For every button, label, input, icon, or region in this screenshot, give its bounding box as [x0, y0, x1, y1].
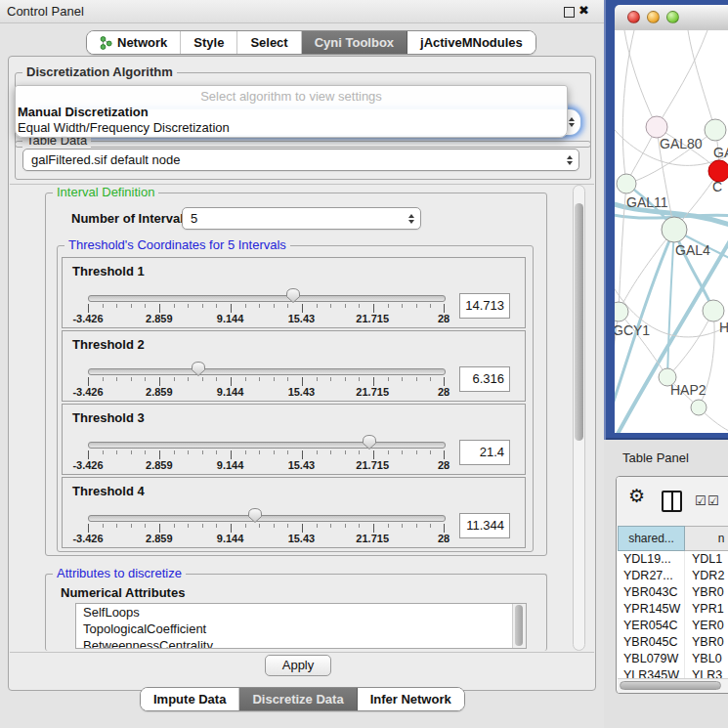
tick-label: 2.859	[146, 459, 173, 471]
cell-shared-name[interactable]: YBR045C	[618, 634, 685, 651]
algorithm-hint-item[interactable]: Select algorithm to view settings	[16, 89, 567, 104]
list-scrollbar-thumb[interactable]	[515, 605, 523, 646]
slider-ticks	[88, 450, 445, 459]
tab-jactivemnodules[interactable]: jActiveMNodules	[407, 31, 535, 54]
network-node[interactable]	[617, 174, 636, 193]
combo-spinner-icon[interactable]	[408, 214, 414, 224]
checkbox-icon[interactable]: ☑	[707, 493, 719, 508]
table-row[interactable]: YBR043CYBR0	[618, 584, 728, 601]
tab-network[interactable]: Network	[87, 31, 181, 54]
network-node[interactable]	[691, 400, 707, 415]
cell-shared-name[interactable]: YDL19...	[618, 551, 685, 568]
combo-spinner-icon[interactable]	[567, 155, 573, 165]
threshold-value-field[interactable]: 14.713	[459, 293, 510, 319]
tab-impute-data[interactable]: Impute Data	[141, 688, 239, 710]
tick-label: 21.715	[356, 459, 389, 471]
close-icon[interactable]: ✖	[578, 3, 589, 18]
threshold-slider-track[interactable]	[88, 442, 446, 449]
numerical-attributes-list[interactable]: SelfLoopsTopologicalCoefficientBetweenne…	[75, 603, 527, 649]
columns-icon[interactable]	[662, 491, 682, 512]
threshold-slider-track[interactable]	[88, 515, 446, 522]
list-scrollbar[interactable]	[512, 604, 526, 648]
network-canvas[interactable]: GAL80GACGAL11GAL4GCY1HHAP2	[615, 30, 728, 433]
panel-scrollbar[interactable]	[573, 185, 585, 651]
threshold-slider-track[interactable]	[88, 368, 446, 375]
table-row[interactable]: YDR27...YDR2	[618, 568, 728, 584]
cell-name[interactable]: YBR0	[685, 584, 724, 601]
combo-spinner-icon[interactable]	[569, 117, 575, 127]
tab-label: Discretize Data	[252, 692, 343, 707]
cell-name[interactable]: YDL1	[685, 551, 722, 568]
checkbox-icon[interactable]: ☑	[695, 493, 707, 508]
network-node[interactable]	[703, 300, 724, 321]
cell-shared-name[interactable]: YPR145W	[618, 601, 685, 618]
cell-shared-name[interactable]: YBR043C	[618, 584, 685, 601]
algorithm-item-equal-width[interactable]: Equal Width/Frequency Discretization	[18, 120, 230, 135]
tab-style[interactable]: Style	[181, 31, 237, 54]
float-window-icon[interactable]	[564, 7, 575, 18]
tab-discretize-data[interactable]: Discretize Data	[239, 688, 357, 710]
table-panel: Table Panel ⚙ ☑ ☑ shared... n YDL19...YD…	[604, 440, 728, 728]
network-node-label: HAP2	[670, 382, 707, 398]
table-row[interactable]: YBR045CYBR0	[618, 634, 728, 651]
column-header-shared-name[interactable]: shared...	[618, 526, 685, 551]
attribute-item[interactable]: TopologicalCoefficient	[76, 621, 526, 637]
threshold-label: Threshold 2	[72, 337, 145, 352]
table-panel-title: Table Panel	[622, 450, 689, 465]
network-node-label: GAL11	[626, 194, 668, 210]
table-toolbar: ⚙ ☑ ☑	[617, 477, 728, 526]
slider-ticks	[88, 377, 445, 386]
threshold-slider-handle[interactable]	[191, 361, 206, 377]
top-tab-bar: NetworkStyleSelectCyni ToolboxjActiveMNo…	[86, 30, 536, 55]
network-window-titlebar[interactable]	[615, 5, 728, 31]
attribute-item[interactable]: BetweennessCentrality	[76, 637, 526, 649]
slider-scale-labels: -3.4262.8599.14415.4321.71528	[88, 459, 444, 471]
table-hscrollbar[interactable]	[618, 678, 728, 693]
algorithm-item-manual[interactable]: Manual Discretization	[18, 105, 149, 119]
cell-shared-name[interactable]: YER054C	[618, 618, 685, 634]
threshold-value-field[interactable]: 6.316	[459, 366, 510, 392]
tick-label: 21.715	[356, 533, 389, 544]
close-traffic-light-icon[interactable]	[627, 11, 640, 23]
table-data-combobox[interactable]: galFiltered.sif default node	[22, 149, 579, 171]
zoom-traffic-light-icon[interactable]	[666, 11, 679, 23]
slider-ticks	[88, 304, 445, 313]
number-of-intervals-combobox[interactable]: 5	[182, 207, 421, 230]
cell-name[interactable]: YPR1	[685, 601, 724, 618]
network-node[interactable]	[705, 119, 726, 141]
number-of-intervals-value: 5	[191, 211, 197, 226]
attribute-item[interactable]: SelfLoops	[76, 604, 526, 621]
tick-label: 9.144	[217, 459, 244, 471]
threshold-slider-handle[interactable]	[362, 434, 377, 450]
cell-name[interactable]: YER0	[685, 618, 724, 634]
tab-cyni-toolbox[interactable]: Cyni Toolbox	[302, 31, 407, 54]
apply-button[interactable]: Apply	[265, 655, 331, 676]
threshold-value-field[interactable]: 21.4	[459, 440, 510, 465]
table-row[interactable]: YPR145WYPR1	[618, 601, 728, 618]
network-node[interactable]	[646, 116, 667, 138]
threshold-slider-handle[interactable]	[285, 287, 301, 304]
minimize-traffic-light-icon[interactable]	[647, 11, 660, 23]
cell-name[interactable]: YBR0	[685, 634, 724, 651]
cell-name[interactable]: YDR2	[685, 568, 724, 584]
threshold-value-field[interactable]: 11.344	[459, 513, 510, 538]
slider-scale-labels: -3.4262.8599.14415.4321.71528	[88, 386, 444, 398]
panel-scrollbar-thumb[interactable]	[575, 203, 583, 441]
gear-icon[interactable]: ⚙	[628, 485, 645, 507]
tab-infer-network[interactable]: Infer Network	[358, 688, 464, 710]
table-row[interactable]: YDL19...YDL1	[618, 551, 728, 568]
slider-scale-labels: -3.4262.8599.14415.4321.71528	[88, 313, 444, 324]
cell-name[interactable]: YBL0	[685, 651, 722, 667]
table-row[interactable]: YER054CYER0	[618, 618, 728, 634]
table-header: shared... n	[618, 526, 728, 551]
tick-label: -3.426	[72, 459, 103, 471]
threshold-slider-handle[interactable]	[247, 507, 263, 524]
cell-shared-name[interactable]: YDR27...	[618, 568, 685, 584]
table-hscrollbar-thumb[interactable]	[620, 681, 721, 690]
network-node[interactable]	[662, 217, 687, 242]
column-header-name[interactable]: n	[685, 526, 728, 551]
threshold-slider-track[interactable]	[88, 295, 446, 302]
table-row[interactable]: YBL079WYBL0	[618, 651, 728, 667]
cell-shared-name[interactable]: YBL079W	[618, 651, 685, 667]
tab-select[interactable]: Select	[237, 31, 301, 54]
